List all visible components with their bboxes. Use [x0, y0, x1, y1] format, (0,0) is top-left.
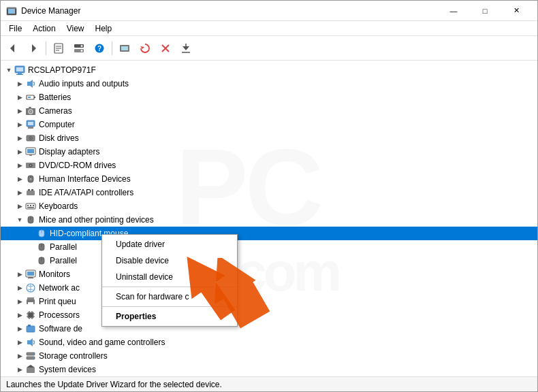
- svg-rect-25: [18, 73, 22, 74]
- tree-item-hid-mouse[interactable]: HID-compliant mouse: [1, 227, 537, 240]
- scan-button[interactable]: [136, 39, 155, 58]
- svg-point-33: [30, 111, 32, 113]
- tree-item-computer[interactable]: ▶ Computer: [1, 118, 537, 131]
- tree-item-network[interactable]: ▶ Network ac: [1, 281, 537, 295]
- expand-keyboards[interactable]: ▶: [14, 201, 25, 212]
- ctx-uninstall-device[interactable]: Uninstall device: [102, 269, 237, 285]
- menu-action[interactable]: Action: [27, 22, 61, 35]
- expand-root[interactable]: ▼: [3, 65, 14, 76]
- expand-computer[interactable]: ▶: [14, 119, 25, 130]
- tree-item-disk[interactable]: ▶ Disk drives: [1, 131, 537, 145]
- expand-storage[interactable]: ▶: [14, 350, 25, 361]
- expand-software[interactable]: ▶: [14, 323, 25, 334]
- expand-sound[interactable]: ▶: [14, 337, 25, 348]
- tree-item-parallel1[interactable]: Parallel: [1, 240, 537, 254]
- svg-rect-2: [7, 7, 16, 9]
- tree-item-audio[interactable]: ▶ Audio inputs and outputs: [1, 77, 537, 91]
- svg-rect-30: [28, 97, 31, 98]
- back-button[interactable]: [3, 39, 22, 58]
- expand-ide[interactable]: ▶: [14, 187, 25, 198]
- svg-rect-34: [29, 107, 31, 108]
- close-button[interactable]: ✕: [501, 1, 532, 21]
- expand-monitors[interactable]: ▶: [14, 269, 25, 280]
- root-label: RCSLAPTOP971F: [28, 65, 96, 75]
- tree-item-cameras[interactable]: ▶ Cameras: [1, 104, 537, 118]
- expand-disk[interactable]: ▶: [14, 133, 25, 144]
- window-title: Device Manager: [21, 6, 438, 16]
- ide-icon: [25, 187, 36, 198]
- parallel1-icon: [36, 242, 47, 252]
- forward-button[interactable]: [24, 39, 43, 58]
- sound-label: Sound, video and game controllers: [39, 338, 165, 347]
- software-icon: [25, 323, 36, 334]
- svg-rect-29: [34, 97, 35, 98]
- svg-rect-24: [16, 67, 23, 71]
- update-driver-button[interactable]: [69, 39, 89, 58]
- ctx-scan-hardware[interactable]: Scan for hardware c: [102, 289, 237, 305]
- tree-item-dvd[interactable]: ▶ DVD/CD-ROM drives: [1, 159, 537, 172]
- expand-print[interactable]: ▶: [14, 296, 25, 307]
- svg-rect-54: [27, 205, 29, 206]
- ctx-properties[interactable]: Properties: [102, 308, 237, 325]
- parallel1-label: Parallel: [50, 242, 77, 252]
- tree-item-mice[interactable]: ▼ Mice and other pointing devices: [1, 213, 537, 227]
- uninstall-button[interactable]: [156, 39, 175, 58]
- disk-label: Disk drives: [39, 133, 79, 143]
- keyboards-label: Keyboards: [39, 201, 78, 211]
- tree-item-software[interactable]: ▶ Software de: [1, 322, 537, 336]
- svg-point-12: [81, 45, 83, 47]
- menu-view[interactable]: View: [61, 22, 90, 35]
- expand-mice[interactable]: ▼: [14, 214, 25, 225]
- software-label: Software de: [39, 324, 82, 333]
- tree-item-storage[interactable]: ▶ Storage controllers: [1, 349, 537, 363]
- help-button[interactable]: ?: [90, 39, 109, 58]
- expand-batteries[interactable]: ▶: [14, 92, 25, 103]
- svg-rect-52: [31, 189, 33, 191]
- tree-item-hid[interactable]: ▶ Human Interface Devices: [1, 172, 537, 186]
- svg-rect-74: [28, 302, 33, 305]
- tree-item-monitors[interactable]: ▶ Monitors: [1, 267, 537, 281]
- download-button[interactable]: [176, 39, 195, 58]
- tree-item-ide[interactable]: ▶ IDE ATA/ATAPI controllers: [1, 186, 537, 199]
- minimize-button[interactable]: —: [438, 1, 469, 21]
- batteries-icon: [25, 92, 36, 103]
- ctx-update-driver[interactable]: Update driver: [102, 236, 237, 252]
- expand-hid[interactable]: ▶: [14, 174, 25, 184]
- ctx-disable-device[interactable]: Disable device: [102, 252, 237, 269]
- tree-item-batteries[interactable]: ▶ Batteries: [1, 91, 537, 104]
- expand-processors[interactable]: ▶: [14, 310, 25, 321]
- svg-point-49: [30, 178, 32, 180]
- svg-rect-67: [27, 272, 34, 276]
- expand-audio[interactable]: ▶: [14, 78, 25, 89]
- sound-icon: [25, 337, 36, 348]
- properties-button[interactable]: [49, 39, 68, 58]
- network-label: Network ac: [39, 283, 80, 293]
- expand-cameras[interactable]: ▶: [14, 105, 25, 116]
- dvd-label: DVD/CD-ROM drives: [39, 161, 116, 170]
- svg-marker-93: [27, 365, 35, 368]
- keyboard-icon: [25, 201, 36, 212]
- tree-item-root[interactable]: ▼ RCSLAPTOP971F: [1, 63, 537, 77]
- expand-network[interactable]: ▶: [14, 282, 25, 293]
- device-manager-toolbar-button[interactable]: [115, 39, 134, 58]
- menu-file[interactable]: File: [3, 22, 27, 35]
- tree-item-parallel2[interactable]: Parallel: [1, 254, 537, 267]
- maximize-button[interactable]: □: [469, 1, 501, 21]
- tree-item-print[interactable]: ▶ Print queu: [1, 295, 537, 308]
- tree-item-display[interactable]: ▶ Display adapters: [1, 145, 537, 159]
- ctx-separator: [102, 287, 237, 287]
- tree-item-processors[interactable]: ▶ Processors: [1, 308, 537, 322]
- menu-help[interactable]: Help: [90, 22, 118, 35]
- tree-item-system[interactable]: ▶ System devices: [1, 363, 537, 376]
- svg-rect-36: [28, 122, 33, 125]
- tree-item-keyboards[interactable]: ▶ Keyboards: [1, 199, 537, 213]
- tree-panel[interactable]: ▼ RCSLAPTOP971F ▶: [1, 61, 537, 376]
- expand-dvd[interactable]: ▶: [14, 160, 25, 171]
- svg-marker-4: [32, 44, 36, 52]
- expand-system[interactable]: ▶: [14, 364, 25, 375]
- tree-item-sound[interactable]: ▶ Sound, video and game controllers: [1, 336, 537, 349]
- expand-display[interactable]: ▶: [14, 146, 25, 157]
- context-menu: Update driver Disable device Uninstall d…: [101, 234, 238, 327]
- mice-icon: [25, 214, 36, 225]
- svg-point-40: [30, 137, 31, 139]
